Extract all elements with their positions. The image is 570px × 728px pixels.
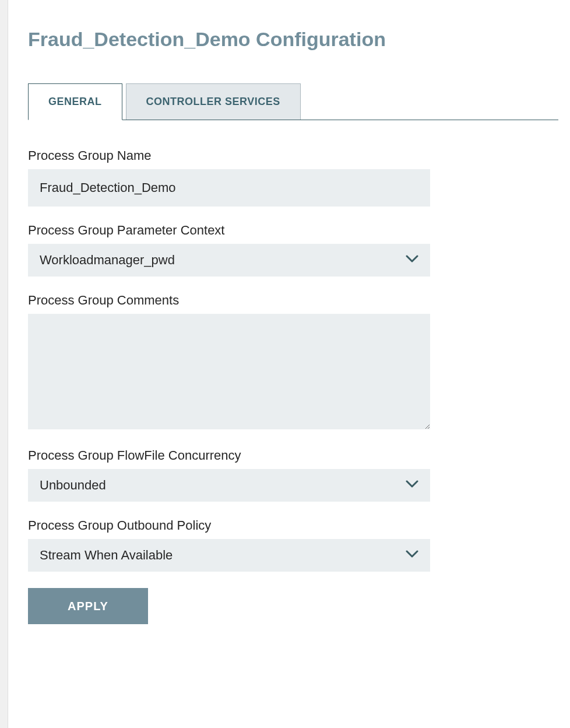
outbound-policy-field: Process Group Outbound Policy Stream Whe…: [28, 518, 558, 572]
parameter-context-label: Process Group Parameter Context: [28, 223, 558, 238]
comments-textarea[interactable]: [28, 314, 430, 429]
outbound-policy-select[interactable]: Stream When Available: [28, 539, 430, 572]
parameter-context-field: Process Group Parameter Context Workload…: [28, 223, 558, 276]
flowfile-concurrency-value: Unbounded: [28, 469, 430, 502]
tab-general[interactable]: GENERAL: [28, 83, 122, 120]
apply-button-label: APPLY: [68, 600, 108, 613]
tab-general-label: GENERAL: [48, 96, 102, 107]
tab-bar: GENERAL CONTROLLER SERVICES: [28, 83, 558, 120]
apply-button[interactable]: APPLY: [28, 588, 148, 624]
flowfile-concurrency-select[interactable]: Unbounded: [28, 469, 430, 502]
outbound-policy-label: Process Group Outbound Policy: [28, 518, 558, 533]
parameter-context-value: Workloadmanager_pwd: [28, 244, 430, 276]
general-form: Process Group Name Process Group Paramet…: [28, 148, 558, 624]
comments-field: Process Group Comments: [28, 293, 558, 432]
flowfile-concurrency-field: Process Group FlowFile Concurrency Unbou…: [28, 448, 558, 502]
left-edge-sliver: [0, 0, 8, 728]
parameter-context-select[interactable]: Workloadmanager_pwd: [28, 244, 430, 276]
tab-controller-services-label: CONTROLLER SERVICES: [146, 96, 280, 107]
configuration-panel: Fraud_Detection_Demo Configuration GENER…: [8, 0, 570, 728]
outbound-policy-value: Stream When Available: [28, 539, 430, 572]
process-group-name-field: Process Group Name: [28, 148, 558, 206]
comments-label: Process Group Comments: [28, 293, 558, 308]
process-group-name-label: Process Group Name: [28, 148, 558, 163]
process-group-name-input[interactable]: [28, 169, 430, 206]
flowfile-concurrency-label: Process Group FlowFile Concurrency: [28, 448, 558, 463]
tab-controller-services[interactable]: CONTROLLER SERVICES: [126, 83, 301, 120]
page-title: Fraud_Detection_Demo Configuration: [28, 28, 558, 51]
